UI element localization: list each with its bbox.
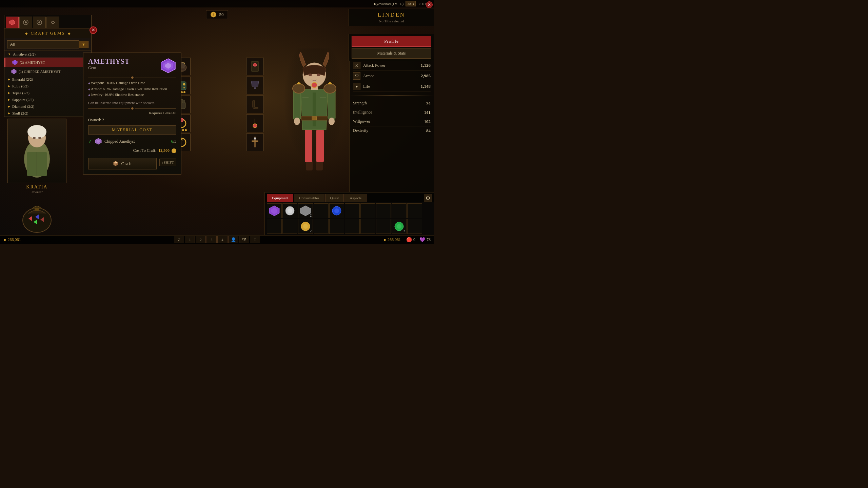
inv-cell-0-9[interactable] (407, 203, 422, 218)
inv-cell-1-1[interactable] (282, 219, 297, 234)
craft-tab-4[interactable] (46, 17, 59, 28)
inv-cell-0-5[interactable] (345, 203, 360, 218)
profile-button[interactable]: Profile (352, 36, 431, 47)
status-bar: ● 266,061 Z 1 2 3 4 👤 🗺 T ● 266,061 🔴 0 … (0, 235, 434, 244)
inv-cell-1-5[interactable] (345, 219, 360, 234)
inv-cell-1-6[interactable] (360, 219, 375, 234)
craft-tabs (4, 15, 91, 28)
tab-aspects[interactable]: Aspects (344, 194, 367, 202)
svg-rect-63 (252, 141, 258, 142)
hotbar-slot-z[interactable]: Z (174, 236, 184, 243)
gem-item-amethyst-2[interactable]: (2) AMETHYST (4, 58, 91, 67)
tooltip-gem-icon (160, 58, 176, 74)
svg-point-48 (183, 87, 185, 88)
craft-action-row: 📦 Craft ↑SHIFT (88, 155, 176, 169)
category-label-sapphire: Sapphire (2/2) (12, 98, 34, 102)
svg-text:$: $ (213, 13, 214, 17)
svg-point-12 (27, 125, 46, 139)
equip-slot-mainhand[interactable] (246, 134, 264, 151)
attr-row-strength: Strength 74 (353, 99, 431, 108)
inv-cell-0-2[interactable]: 2 (298, 203, 313, 218)
svg-rect-69 (316, 130, 324, 162)
material-check-icon: ✓ (88, 139, 92, 144)
hotbar-slot-char[interactable]: 👤 (228, 236, 238, 243)
filter-dropdown-btn[interactable]: ▼ (79, 41, 88, 48)
gem-chipped-amethyst-label: (1) CHIPPED AMETHYST (19, 69, 60, 74)
right-gold-icon: ● (383, 237, 386, 243)
gem-category-sapphire[interactable]: ▶ Sapphire (2/2) (4, 96, 91, 103)
stat-row-attack-power: ⚔ Attack Power 1,126 (353, 60, 431, 71)
stat-armor: Armor: 6.0% Damage Taken Over Time Reduc… (88, 86, 176, 92)
hotbar-slot-3[interactable]: 3 (206, 236, 217, 243)
category-arrow-skull: ▶ (8, 111, 10, 115)
hotbar-slot-map[interactable]: 🗺 (239, 236, 249, 243)
gem-category-emerald[interactable]: ▶ Emerald (2/2) (4, 76, 91, 83)
gem-category-ruby[interactable]: ▶ Ruby (0/2) (4, 83, 91, 89)
stats-divider (350, 95, 434, 96)
inv-cell-0-4[interactable] (329, 203, 344, 218)
divider-2 (88, 107, 176, 109)
hotbar-slot-2[interactable]: 2 (196, 236, 206, 243)
svg-point-84 (324, 84, 336, 93)
equip-slot-offhand[interactable] (246, 58, 264, 75)
gem-category-amethyst[interactable]: ▼ Amethyst (2/2) (4, 51, 91, 58)
inv-cell-1-3[interactable] (314, 219, 329, 234)
category-label-emerald: Emerald (2/2) (12, 77, 33, 81)
stat-row-armor: 🛡 Armor 2,985 (353, 71, 431, 81)
gem-item-chipped-amethyst[interactable]: (1) CHIPPED AMETHYST (4, 67, 91, 76)
tab-equipment[interactable]: Equipment (267, 194, 293, 202)
inv-cell-1-7[interactable] (376, 219, 391, 234)
inv-cell-0-8[interactable] (392, 203, 407, 218)
gold-coin-icon (172, 148, 176, 153)
equip-slot-pants[interactable] (246, 77, 264, 94)
coin-display: $ 50 (206, 10, 228, 19)
svg-point-61 (253, 124, 257, 128)
hotbar-slot-t[interactable]: T (250, 236, 260, 243)
npc-title: Jeweler (31, 190, 43, 194)
svg-rect-76 (328, 89, 335, 120)
inv-cell-0-6[interactable] (360, 203, 375, 218)
attr-dexterity-value: 84 (426, 128, 431, 134)
equip-slot-boots[interactable] (246, 96, 264, 113)
armor-icon: 🛡 (353, 72, 360, 80)
gem-category-topaz[interactable]: ▶ Topaz (2/2) (4, 89, 91, 96)
hotbar-slot-1[interactable]: 1 (185, 236, 195, 243)
inv-cell-1-4[interactable] (329, 219, 344, 234)
svg-point-36 (334, 208, 339, 213)
craft-tab-gems[interactable] (6, 17, 19, 28)
inventory-extra-btn[interactable]: ⚙ (424, 194, 432, 202)
gem-category-skull[interactable]: ▶ Skull (2/2) (4, 110, 91, 117)
stat-val-armor: 2,985 (421, 73, 431, 79)
inv-cell-0-3[interactable] (314, 203, 329, 218)
inv-cell-0-0[interactable] (267, 203, 282, 218)
inv-cell-0-7[interactable] (376, 203, 391, 218)
inv-cell-0-1[interactable] (282, 203, 297, 218)
inv-cell-1-8[interactable]: 2 (392, 219, 407, 234)
svg-rect-70 (313, 93, 316, 126)
left-currency: ● 266,061 (3, 237, 21, 243)
main-close-button[interactable]: ✕ (426, 1, 433, 8)
craft-title: CRAFT GEMS (31, 30, 65, 36)
craft-tab-3[interactable] (33, 17, 46, 28)
equip-slot-amulet[interactable] (246, 115, 264, 132)
craft-title-bar: ◆ CRAFT GEMS ◆ (4, 28, 91, 38)
craft-icon: 📦 (113, 161, 119, 166)
craft-tab-2[interactable] (19, 17, 32, 28)
hotbar-slot-4[interactable]: 4 (217, 236, 228, 243)
gem-category-diamond[interactable]: ▶ Diamond (2/2) (4, 103, 91, 110)
svg-point-81 (309, 74, 312, 76)
inv-cell-1-9[interactable] (407, 219, 422, 234)
red-currency-icon: 🔴 (406, 237, 412, 243)
materials-stats-button[interactable]: Materials & Stats (352, 48, 431, 59)
tab-consumables[interactable]: Consumables (294, 194, 324, 202)
center-gold-count: 50 (219, 12, 224, 17)
tab-quest[interactable]: Quest (325, 194, 344, 202)
inv-count-1-8: 2 (403, 229, 405, 233)
tooltip-owned: Owned: 2 (88, 118, 176, 123)
inv-cell-1-2[interactable]: 2 (298, 219, 313, 234)
panel-close-button[interactable]: ✕ (90, 26, 97, 34)
inv-cell-1-0[interactable] (267, 219, 282, 234)
material-cost-header: MATERIAL COST (88, 125, 176, 135)
craft-button[interactable]: 📦 Craft (88, 158, 157, 169)
filter-select[interactable]: All (7, 40, 79, 48)
